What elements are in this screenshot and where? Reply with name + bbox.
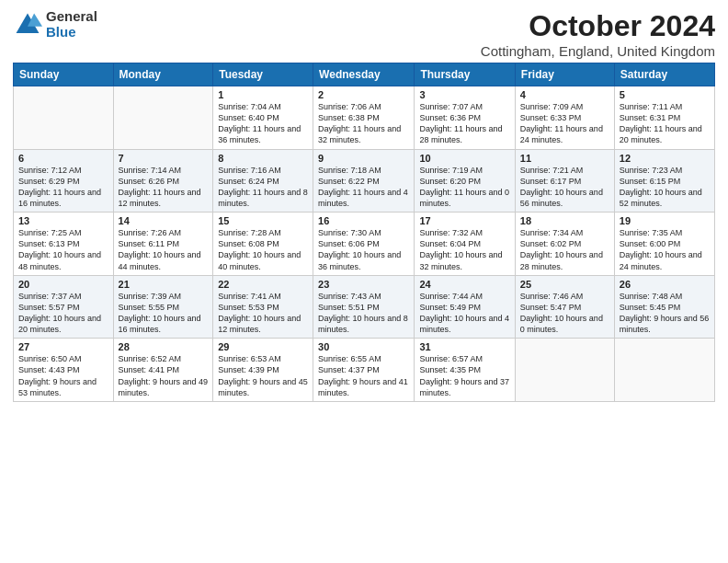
day-info: Sunrise: 7:23 AMSunset: 6:15 PMDaylight:… (620, 165, 710, 210)
day-info: Sunrise: 7:39 AMSunset: 5:55 PMDaylight:… (119, 291, 209, 336)
day-info: Sunrise: 7:48 AMSunset: 5:45 PMDaylight:… (620, 291, 710, 336)
day-cell-1: 1Sunrise: 7:04 AMSunset: 6:40 PMDaylight… (213, 86, 313, 150)
day-info: Sunrise: 7:04 AMSunset: 6:40 PMDaylight:… (218, 101, 308, 146)
empty-cell (14, 86, 114, 150)
day-cell-26: 26Sunrise: 7:48 AMSunset: 5:45 PMDayligh… (614, 275, 714, 339)
day-cell-14: 14Sunrise: 7:26 AMSunset: 6:11 PMDayligh… (113, 213, 213, 276)
calendar-body: 1Sunrise: 7:04 AMSunset: 6:40 PMDaylight… (14, 86, 715, 402)
day-cell-10: 10Sunrise: 7:19 AMSunset: 6:20 PMDayligh… (415, 149, 515, 213)
weekday-header-tuesday: Tuesday (213, 63, 313, 86)
day-number: 9 (318, 153, 409, 164)
empty-cell (113, 86, 213, 150)
week-row-1: 1Sunrise: 7:04 AMSunset: 6:40 PMDaylight… (14, 86, 715, 150)
day-cell-7: 7Sunrise: 7:14 AMSunset: 6:26 PMDaylight… (113, 149, 213, 213)
day-cell-12: 12Sunrise: 7:23 AMSunset: 6:15 PMDayligh… (614, 149, 714, 213)
day-number: 17 (419, 215, 509, 226)
calendar: SundayMondayTuesdayWednesdayThursdayFrid… (13, 63, 715, 402)
logo: General Blue (13, 9, 97, 40)
page: General Blue October 2024 Cottingham, En… (0, 0, 728, 563)
day-info: Sunrise: 7:26 AMSunset: 6:11 PMDaylight:… (119, 227, 209, 272)
day-info: Sunrise: 6:55 AMSunset: 4:37 PMDaylight:… (318, 353, 409, 398)
day-number: 29 (218, 341, 308, 352)
day-info: Sunrise: 6:52 AMSunset: 4:41 PMDaylight:… (119, 353, 209, 398)
day-info: Sunrise: 7:19 AMSunset: 6:20 PMDaylight:… (419, 165, 509, 210)
day-number: 16 (318, 215, 409, 226)
day-cell-2: 2Sunrise: 7:06 AMSunset: 6:38 PMDaylight… (313, 86, 415, 150)
day-info: Sunrise: 7:30 AMSunset: 6:06 PMDaylight:… (318, 227, 409, 272)
day-number: 27 (18, 341, 108, 352)
day-cell-8: 8Sunrise: 7:16 AMSunset: 6:24 PMDaylight… (213, 149, 313, 213)
subtitle: Cottingham, England, United Kingdom (481, 43, 715, 59)
week-row-5: 27Sunrise: 6:50 AMSunset: 4:43 PMDayligh… (14, 339, 715, 402)
day-info: Sunrise: 7:12 AMSunset: 6:29 PMDaylight:… (18, 165, 108, 210)
logo-blue: Blue (46, 25, 97, 40)
day-info: Sunrise: 7:09 AMSunset: 6:33 PMDaylight:… (520, 101, 609, 146)
day-number: 23 (318, 279, 409, 290)
day-info: Sunrise: 7:37 AMSunset: 5:57 PMDaylight:… (18, 291, 108, 336)
day-info: Sunrise: 7:07 AMSunset: 6:36 PMDaylight:… (419, 101, 509, 146)
day-info: Sunrise: 7:14 AMSunset: 6:26 PMDaylight:… (119, 165, 209, 210)
empty-cell (614, 339, 714, 402)
logo-text: General Blue (46, 9, 97, 40)
day-cell-23: 23Sunrise: 7:43 AMSunset: 5:51 PMDayligh… (313, 275, 415, 339)
day-cell-21: 21Sunrise: 7:39 AMSunset: 5:55 PMDayligh… (113, 275, 213, 339)
day-number: 12 (620, 153, 710, 164)
day-info: Sunrise: 7:11 AMSunset: 6:31 PMDaylight:… (620, 101, 710, 146)
day-number: 6 (18, 153, 108, 164)
day-number: 20 (18, 279, 108, 290)
empty-cell (515, 339, 614, 402)
weekday-header-row: SundayMondayTuesdayWednesdayThursdayFrid… (14, 63, 715, 86)
day-info: Sunrise: 7:43 AMSunset: 5:51 PMDaylight:… (318, 291, 409, 336)
day-cell-22: 22Sunrise: 7:41 AMSunset: 5:53 PMDayligh… (213, 275, 313, 339)
day-cell-27: 27Sunrise: 6:50 AMSunset: 4:43 PMDayligh… (14, 339, 114, 402)
day-number: 26 (620, 279, 710, 290)
day-cell-31: 31Sunrise: 6:57 AMSunset: 4:35 PMDayligh… (415, 339, 515, 402)
day-info: Sunrise: 6:57 AMSunset: 4:35 PMDaylight:… (419, 353, 509, 398)
day-info: Sunrise: 7:25 AMSunset: 6:13 PMDaylight:… (18, 227, 108, 272)
day-number: 7 (119, 153, 209, 164)
day-number: 22 (218, 279, 308, 290)
day-number: 8 (218, 153, 308, 164)
day-cell-5: 5Sunrise: 7:11 AMSunset: 6:31 PMDaylight… (614, 86, 714, 150)
day-info: Sunrise: 6:53 AMSunset: 4:39 PMDaylight:… (218, 353, 308, 398)
day-number: 30 (318, 341, 409, 352)
day-cell-17: 17Sunrise: 7:32 AMSunset: 6:04 PMDayligh… (415, 213, 515, 276)
day-number: 14 (119, 215, 209, 226)
day-number: 3 (419, 89, 509, 100)
day-number: 25 (520, 279, 609, 290)
day-number: 2 (318, 89, 409, 100)
day-cell-13: 13Sunrise: 7:25 AMSunset: 6:13 PMDayligh… (14, 213, 114, 276)
day-number: 11 (520, 153, 609, 164)
weekday-header-thursday: Thursday (415, 63, 515, 86)
day-cell-24: 24Sunrise: 7:44 AMSunset: 5:49 PMDayligh… (415, 275, 515, 339)
day-cell-30: 30Sunrise: 6:55 AMSunset: 4:37 PMDayligh… (313, 339, 415, 402)
weekday-header-saturday: Saturday (614, 63, 714, 86)
week-row-3: 13Sunrise: 7:25 AMSunset: 6:13 PMDayligh… (14, 213, 715, 276)
day-cell-15: 15Sunrise: 7:28 AMSunset: 6:08 PMDayligh… (213, 213, 313, 276)
day-cell-25: 25Sunrise: 7:46 AMSunset: 5:47 PMDayligh… (515, 275, 614, 339)
day-info: Sunrise: 7:28 AMSunset: 6:08 PMDaylight:… (218, 227, 308, 272)
day-number: 18 (520, 215, 609, 226)
day-cell-16: 16Sunrise: 7:30 AMSunset: 6:06 PMDayligh… (313, 213, 415, 276)
day-number: 4 (520, 89, 609, 100)
title-area: October 2024 Cottingham, England, United… (481, 9, 715, 59)
day-info: Sunrise: 7:41 AMSunset: 5:53 PMDaylight:… (218, 291, 308, 336)
weekday-header-sunday: Sunday (14, 63, 114, 86)
day-info: Sunrise: 7:16 AMSunset: 6:24 PMDaylight:… (218, 165, 308, 210)
header: General Blue October 2024 Cottingham, En… (13, 9, 715, 59)
day-number: 19 (620, 215, 710, 226)
day-number: 5 (620, 89, 710, 100)
day-cell-28: 28Sunrise: 6:52 AMSunset: 4:41 PMDayligh… (113, 339, 213, 402)
day-info: Sunrise: 7:46 AMSunset: 5:47 PMDaylight:… (520, 291, 609, 336)
day-cell-3: 3Sunrise: 7:07 AMSunset: 6:36 PMDaylight… (415, 86, 515, 150)
day-number: 15 (218, 215, 308, 226)
day-info: Sunrise: 6:50 AMSunset: 4:43 PMDaylight:… (18, 353, 108, 398)
day-info: Sunrise: 7:44 AMSunset: 5:49 PMDaylight:… (419, 291, 509, 336)
day-number: 21 (119, 279, 209, 290)
logo-icon (13, 10, 42, 40)
week-row-2: 6Sunrise: 7:12 AMSunset: 6:29 PMDaylight… (14, 149, 715, 213)
day-cell-18: 18Sunrise: 7:34 AMSunset: 6:02 PMDayligh… (515, 213, 614, 276)
day-info: Sunrise: 7:34 AMSunset: 6:02 PMDaylight:… (520, 227, 609, 272)
day-number: 10 (419, 153, 509, 164)
day-info: Sunrise: 7:18 AMSunset: 6:22 PMDaylight:… (318, 165, 409, 210)
